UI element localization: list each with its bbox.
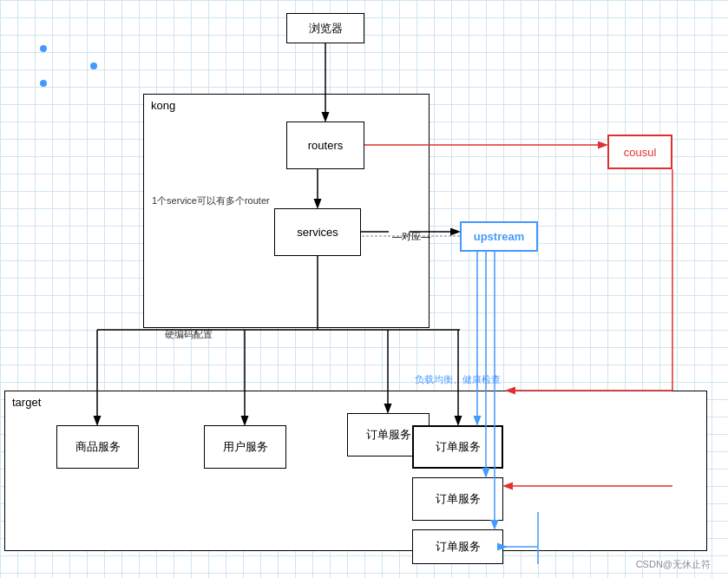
goods-service-box: 商品服务 [56, 425, 139, 469]
user-service-box: 用户服务 [204, 425, 286, 469]
cousul-box: cousul [607, 135, 672, 169]
hard-code-label: 硬编码配置 [165, 328, 213, 341]
order-service-3-label: 订单服务 [436, 491, 481, 507]
order-service-1-label: 订单服务 [366, 427, 411, 443]
order-service-3-box: 订单服务 [412, 477, 503, 521]
browser-box: 浏览器 [286, 13, 364, 43]
browser-label: 浏览器 [309, 21, 343, 36]
lb-health-label: 负载均衡、健康检查 [415, 373, 501, 386]
routers-label: routers [308, 139, 343, 152]
duiying-label: —对应— [392, 230, 430, 243]
services-box: services [274, 208, 361, 256]
watermark-label: CSDN@无休止符 [636, 558, 711, 571]
upstream-box: upstream [460, 221, 538, 252]
order-service-4-box: 订单服务 [412, 529, 503, 564]
dot-3 [40, 80, 47, 87]
target-label: target [12, 396, 41, 409]
dot-1 [40, 45, 47, 52]
user-service-label: 用户服务 [223, 439, 268, 455]
order-service-2-box: 订单服务 [412, 425, 503, 469]
kong-label: kong [151, 99, 175, 112]
goods-service-label: 商品服务 [75, 439, 121, 455]
routers-box: routers [286, 122, 364, 169]
order-service-2-label: 订单服务 [436, 439, 481, 455]
upstream-label: upstream [474, 230, 525, 243]
order-service-4-label: 订单服务 [436, 539, 481, 555]
services-label: services [297, 226, 338, 239]
cousul-label: cousul [624, 146, 657, 159]
service-note-label: 1个service可以有多个router [152, 194, 270, 207]
dot-2 [90, 62, 97, 69]
